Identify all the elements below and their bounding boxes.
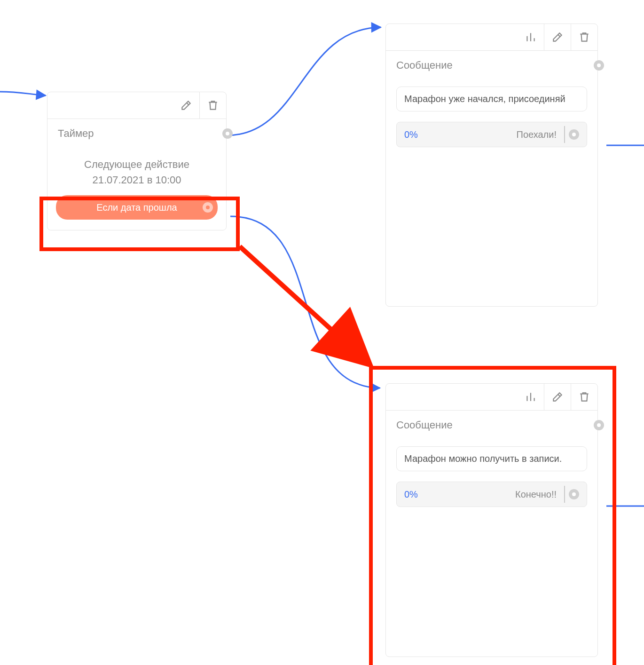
stats-button[interactable] (518, 24, 544, 50)
reply-button-row[interactable]: 0% Поехали! (396, 122, 587, 147)
timer-text-line2: 21.07.2021 в 10:00 (52, 172, 221, 188)
stats-button[interactable] (518, 384, 544, 410)
timer-node[interactable]: Таймер Следующее действие 21.07.2021 в 1… (47, 92, 227, 230)
delete-button[interactable] (199, 92, 226, 119)
button-label: Поехали! (517, 129, 561, 140)
timer-text-line1: Следующее действие (52, 157, 221, 172)
edit-button[interactable] (173, 92, 199, 119)
output-port[interactable] (594, 60, 604, 71)
delete-button[interactable] (571, 24, 597, 50)
delete-icon (578, 31, 590, 43)
delete-icon (578, 391, 590, 403)
node-header: Таймер (47, 119, 226, 148)
node-title: Таймер (58, 127, 94, 140)
node-title: Сообщение (396, 59, 453, 71)
delete-button[interactable] (571, 384, 597, 410)
condition-output-port[interactable] (203, 202, 213, 213)
node-header: Сообщение (386, 51, 597, 80)
node-header: Сообщение (386, 411, 597, 440)
edit-button[interactable] (544, 24, 571, 50)
timer-description: Следующее действие 21.07.2021 в 10:00 (47, 148, 226, 190)
edit-icon (551, 31, 564, 43)
click-percent: 0% (404, 489, 418, 500)
edit-button[interactable] (544, 384, 571, 410)
message-node-1[interactable]: Сообщение Марафон уже начался, присоедин… (385, 24, 598, 307)
node-toolbar (47, 92, 226, 119)
output-port[interactable] (594, 420, 604, 430)
condition-pill[interactable]: Если дата прошла (56, 195, 218, 220)
message-bubble: Марафон уже начался, присоединяй (396, 87, 587, 111)
stats-icon (525, 31, 537, 43)
message-bubble: Марафон можно получить в записи. (396, 446, 587, 471)
node-title: Сообщение (396, 419, 453, 431)
node-toolbar (386, 384, 597, 411)
message-node-2[interactable]: Сообщение Марафон можно получить в запис… (385, 383, 598, 657)
button-output-port[interactable] (569, 129, 579, 140)
edit-icon (180, 99, 192, 111)
delete-icon (207, 99, 219, 111)
button-label: Конечно!! (515, 489, 561, 500)
reply-button-row[interactable]: 0% Конечно!! (396, 482, 587, 507)
separator (564, 126, 565, 143)
button-output-port[interactable] (569, 489, 579, 499)
separator (564, 486, 565, 503)
edit-icon (551, 391, 564, 403)
condition-label: Если дата прошла (96, 202, 177, 213)
node-toolbar (386, 24, 597, 51)
click-percent: 0% (404, 129, 418, 140)
output-port[interactable] (222, 128, 233, 139)
stats-icon (525, 391, 537, 403)
flow-canvas[interactable]: { "colors": { "highlight": "#ff1e00", "w… (0, 0, 644, 665)
